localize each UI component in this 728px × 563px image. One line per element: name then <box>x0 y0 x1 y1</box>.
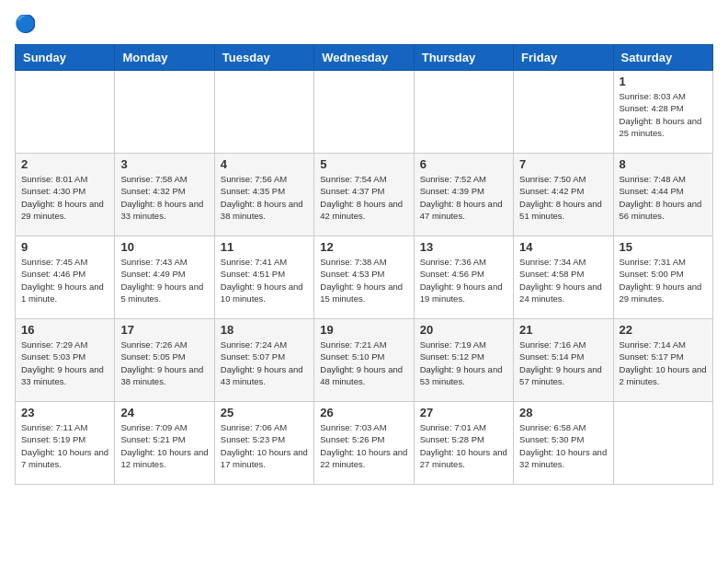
day-info: Sunrise: 7:21 AM Sunset: 5:10 PM Dayligh… <box>320 339 407 387</box>
calendar-week-2: 2Sunrise: 8:01 AM Sunset: 4:30 PM Daylig… <box>16 154 713 236</box>
day-number: 25 <box>221 406 308 419</box>
day-header-thursday: Thursday <box>414 45 513 71</box>
calendar-week-3: 9Sunrise: 7:45 AM Sunset: 4:46 PM Daylig… <box>16 236 713 319</box>
header: 🔵 <box>15 15 713 35</box>
calendar-cell <box>314 71 414 154</box>
logo: 🔵 <box>15 15 39 35</box>
day-info: Sunrise: 7:14 AM Sunset: 5:17 PM Dayligh… <box>620 339 707 387</box>
day-info: Sunrise: 7:43 AM Sunset: 4:49 PM Dayligh… <box>120 256 208 304</box>
calendar-cell: 14Sunrise: 7:34 AM Sunset: 4:58 PM Dayli… <box>514 236 613 319</box>
day-number: 24 <box>120 406 208 419</box>
day-header-tuesday: Tuesday <box>214 45 313 71</box>
calendar-cell: 6Sunrise: 7:52 AM Sunset: 4:39 PM Daylig… <box>414 154 513 236</box>
day-number: 10 <box>120 240 208 254</box>
day-header-sunday: Sunday <box>16 45 115 71</box>
calendar-cell: 5Sunrise: 7:54 AM Sunset: 4:37 PM Daylig… <box>314 154 414 236</box>
day-number: 5 <box>320 157 407 171</box>
day-header-wednesday: Wednesday <box>314 45 414 71</box>
day-header-friday: Friday <box>514 45 613 71</box>
calendar: SundayMondayTuesdayWednesdayThursdayFrid… <box>15 44 713 485</box>
day-info: Sunrise: 7:19 AM Sunset: 5:12 PM Dayligh… <box>420 339 507 387</box>
calendar-cell: 3Sunrise: 7:58 AM Sunset: 4:32 PM Daylig… <box>115 154 214 236</box>
day-info: Sunrise: 7:16 AM Sunset: 5:14 PM Dayligh… <box>519 339 607 387</box>
day-number: 7 <box>519 157 607 171</box>
calendar-cell: 22Sunrise: 7:14 AM Sunset: 5:17 PM Dayli… <box>613 319 712 402</box>
day-header-monday: Monday <box>115 45 214 71</box>
calendar-cell: 8Sunrise: 7:48 AM Sunset: 4:44 PM Daylig… <box>613 154 712 236</box>
day-number: 17 <box>120 323 208 337</box>
day-info: Sunrise: 7:54 AM Sunset: 4:37 PM Dayligh… <box>320 173 407 222</box>
calendar-cell: 15Sunrise: 7:31 AM Sunset: 5:00 PM Dayli… <box>613 236 712 319</box>
day-number: 19 <box>320 323 407 337</box>
day-number: 12 <box>320 240 407 254</box>
day-number: 14 <box>519 240 607 254</box>
calendar-cell: 4Sunrise: 7:56 AM Sunset: 4:35 PM Daylig… <box>214 154 313 236</box>
day-info: Sunrise: 7:56 AM Sunset: 4:35 PM Dayligh… <box>221 173 308 222</box>
calendar-cell: 12Sunrise: 7:38 AM Sunset: 4:53 PM Dayli… <box>314 236 414 319</box>
calendar-cell: 13Sunrise: 7:36 AM Sunset: 4:56 PM Dayli… <box>414 236 513 319</box>
day-info: Sunrise: 7:11 AM Sunset: 5:19 PM Dayligh… <box>21 421 108 470</box>
day-info: Sunrise: 7:50 AM Sunset: 4:42 PM Dayligh… <box>519 173 607 222</box>
calendar-cell: 23Sunrise: 7:11 AM Sunset: 5:19 PM Dayli… <box>16 402 115 485</box>
calendar-cell <box>514 71 613 154</box>
calendar-cell: 1Sunrise: 8:03 AM Sunset: 4:28 PM Daylig… <box>613 71 712 154</box>
day-info: Sunrise: 7:24 AM Sunset: 5:07 PM Dayligh… <box>221 339 308 387</box>
day-info: Sunrise: 7:45 AM Sunset: 4:46 PM Dayligh… <box>21 256 108 304</box>
calendar-cell: 18Sunrise: 7:24 AM Sunset: 5:07 PM Dayli… <box>214 319 313 402</box>
day-info: Sunrise: 7:58 AM Sunset: 4:32 PM Dayligh… <box>120 173 208 222</box>
calendar-week-4: 16Sunrise: 7:29 AM Sunset: 5:03 PM Dayli… <box>16 319 713 402</box>
day-number: 28 <box>519 406 607 419</box>
calendar-week-1: 1Sunrise: 8:03 AM Sunset: 4:28 PM Daylig… <box>16 71 713 154</box>
calendar-cell: 11Sunrise: 7:41 AM Sunset: 4:51 PM Dayli… <box>214 236 313 319</box>
day-info: Sunrise: 7:03 AM Sunset: 5:26 PM Dayligh… <box>320 421 407 470</box>
calendar-cell: 19Sunrise: 7:21 AM Sunset: 5:10 PM Dayli… <box>314 319 414 402</box>
day-info: Sunrise: 7:26 AM Sunset: 5:05 PM Dayligh… <box>120 339 208 387</box>
day-info: Sunrise: 8:01 AM Sunset: 4:30 PM Dayligh… <box>21 173 108 222</box>
day-info: Sunrise: 8:03 AM Sunset: 4:28 PM Dayligh… <box>620 90 707 139</box>
day-info: Sunrise: 7:06 AM Sunset: 5:23 PM Dayligh… <box>221 421 308 470</box>
day-number: 18 <box>221 323 308 337</box>
day-info: Sunrise: 7:41 AM Sunset: 4:51 PM Dayligh… <box>221 256 308 304</box>
day-number: 4 <box>221 157 308 171</box>
calendar-week-5: 23Sunrise: 7:11 AM Sunset: 5:19 PM Dayli… <box>16 402 713 485</box>
day-info: Sunrise: 7:01 AM Sunset: 5:28 PM Dayligh… <box>420 421 507 470</box>
day-header-saturday: Saturday <box>613 45 712 71</box>
day-number: 11 <box>221 240 308 254</box>
calendar-cell: 17Sunrise: 7:26 AM Sunset: 5:05 PM Dayli… <box>115 319 214 402</box>
calendar-cell: 24Sunrise: 7:09 AM Sunset: 5:21 PM Dayli… <box>115 402 214 485</box>
day-info: Sunrise: 7:31 AM Sunset: 5:00 PM Dayligh… <box>620 256 707 304</box>
logo-icon: 🔵 <box>15 15 35 35</box>
day-number: 20 <box>420 323 507 337</box>
calendar-cell <box>414 71 513 154</box>
day-info: Sunrise: 7:09 AM Sunset: 5:21 PM Dayligh… <box>120 421 208 470</box>
day-info: Sunrise: 7:48 AM Sunset: 4:44 PM Dayligh… <box>620 173 707 222</box>
calendar-cell: 20Sunrise: 7:19 AM Sunset: 5:12 PM Dayli… <box>414 319 513 402</box>
day-number: 21 <box>519 323 607 337</box>
day-number: 3 <box>120 157 208 171</box>
calendar-cell: 2Sunrise: 8:01 AM Sunset: 4:30 PM Daylig… <box>16 154 115 236</box>
calendar-cell <box>214 71 313 154</box>
day-info: Sunrise: 7:34 AM Sunset: 4:58 PM Dayligh… <box>519 256 607 304</box>
day-number: 27 <box>420 406 507 419</box>
day-number: 26 <box>320 406 407 419</box>
day-info: Sunrise: 7:38 AM Sunset: 4:53 PM Dayligh… <box>320 256 407 304</box>
day-number: 16 <box>21 323 108 337</box>
svg-text:🔵: 🔵 <box>15 15 35 34</box>
day-number: 1 <box>620 75 707 88</box>
day-number: 9 <box>21 240 108 254</box>
day-number: 13 <box>420 240 507 254</box>
day-number: 8 <box>620 157 707 171</box>
day-number: 6 <box>420 157 507 171</box>
day-number: 22 <box>620 323 707 337</box>
day-info: Sunrise: 7:29 AM Sunset: 5:03 PM Dayligh… <box>21 339 108 387</box>
day-number: 23 <box>21 406 108 419</box>
calendar-cell: 27Sunrise: 7:01 AM Sunset: 5:28 PM Dayli… <box>414 402 513 485</box>
calendar-cell: 28Sunrise: 6:58 AM Sunset: 5:30 PM Dayli… <box>514 402 613 485</box>
calendar-cell <box>115 71 214 154</box>
calendar-cell <box>16 71 115 154</box>
day-number: 15 <box>620 240 707 254</box>
calendar-cell: 26Sunrise: 7:03 AM Sunset: 5:26 PM Dayli… <box>314 402 414 485</box>
calendar-header-row: SundayMondayTuesdayWednesdayThursdayFrid… <box>16 45 713 71</box>
calendar-cell: 7Sunrise: 7:50 AM Sunset: 4:42 PM Daylig… <box>514 154 613 236</box>
calendar-cell: 16Sunrise: 7:29 AM Sunset: 5:03 PM Dayli… <box>16 319 115 402</box>
